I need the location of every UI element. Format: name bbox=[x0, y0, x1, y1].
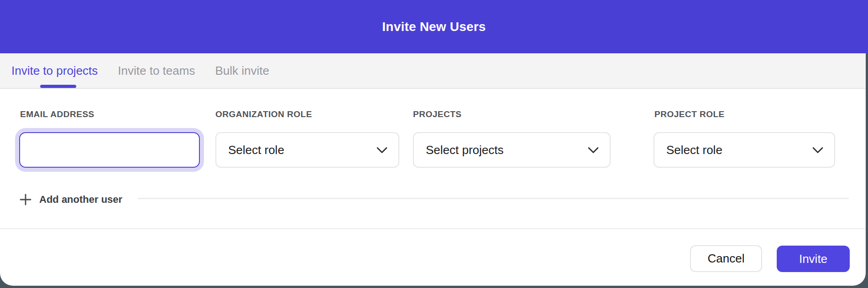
project-role-select[interactable]: Select role bbox=[654, 132, 835, 168]
tab-invite-to-teams[interactable]: Invite to teams bbox=[118, 64, 195, 78]
projects-select-value: Select projects bbox=[426, 143, 504, 157]
add-another-user-label: Add another user bbox=[39, 194, 122, 206]
chevron-down-icon bbox=[376, 147, 387, 154]
organization-role-select[interactable]: Select role bbox=[215, 132, 399, 168]
project-role-label: PROJECT ROLE bbox=[654, 109, 725, 119]
modal-header: Invite New Users bbox=[0, 0, 868, 53]
plus-icon bbox=[19, 193, 32, 206]
invite-users-screen: Invite to projects Invite to teams Bulk … bbox=[0, 0, 868, 288]
cancel-button[interactable]: Cancel bbox=[690, 245, 762, 272]
organization-role-label: ORGANIZATION ROLE bbox=[215, 109, 312, 119]
organization-role-select-value: Select role bbox=[228, 143, 284, 157]
tab-invite-to-projects[interactable]: Invite to projects bbox=[11, 64, 98, 78]
active-tab-indicator bbox=[40, 85, 76, 88]
email-field-wrapper bbox=[19, 132, 200, 168]
email-input[interactable] bbox=[19, 132, 200, 168]
projects-select[interactable]: Select projects bbox=[413, 132, 611, 168]
invite-button[interactable]: Invite bbox=[777, 246, 850, 272]
projects-label: PROJECTS bbox=[413, 109, 461, 119]
add-another-user-button[interactable]: Add another user bbox=[19, 191, 122, 208]
footer-divider bbox=[0, 228, 866, 229]
chevron-down-icon bbox=[812, 147, 823, 154]
add-user-divider bbox=[138, 198, 849, 199]
chevron-down-icon bbox=[588, 147, 599, 154]
modal-title: Invite New Users bbox=[382, 20, 486, 34]
email-address-label: EMAIL ADDRESS bbox=[20, 109, 94, 119]
tab-bulk-invite[interactable]: Bulk invite bbox=[215, 64, 269, 78]
tab-bar: Invite to projects Invite to teams Bulk … bbox=[0, 53, 866, 89]
project-role-select-value: Select role bbox=[666, 143, 722, 157]
